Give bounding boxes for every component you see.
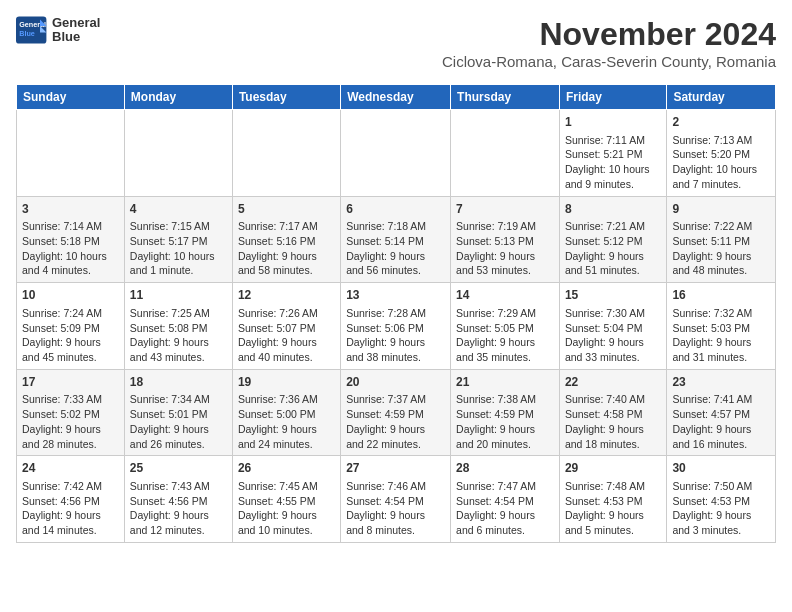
day-info: Sunrise: 7:30 AM Sunset: 5:04 PM Dayligh… xyxy=(565,306,661,365)
top-bar: General Blue General Blue November 2024 … xyxy=(16,16,776,78)
location-title: Ciclova-Romana, Caras-Severin County, Ro… xyxy=(442,53,776,70)
day-info: Sunrise: 7:41 AM Sunset: 4:57 PM Dayligh… xyxy=(672,392,770,451)
day-info: Sunrise: 7:26 AM Sunset: 5:07 PM Dayligh… xyxy=(238,306,335,365)
calendar-cell: 27Sunrise: 7:46 AM Sunset: 4:54 PM Dayli… xyxy=(341,456,451,543)
day-number: 14 xyxy=(456,287,554,304)
day-info: Sunrise: 7:50 AM Sunset: 4:53 PM Dayligh… xyxy=(672,479,770,538)
calendar-cell: 20Sunrise: 7:37 AM Sunset: 4:59 PM Dayli… xyxy=(341,369,451,456)
day-number: 29 xyxy=(565,460,661,477)
calendar-cell: 3Sunrise: 7:14 AM Sunset: 5:18 PM Daylig… xyxy=(17,196,125,283)
day-number: 17 xyxy=(22,374,119,391)
calendar-cell: 21Sunrise: 7:38 AM Sunset: 4:59 PM Dayli… xyxy=(451,369,560,456)
day-info: Sunrise: 7:13 AM Sunset: 5:20 PM Dayligh… xyxy=(672,133,770,192)
week-row-1: 3Sunrise: 7:14 AM Sunset: 5:18 PM Daylig… xyxy=(17,196,776,283)
day-info: Sunrise: 7:22 AM Sunset: 5:11 PM Dayligh… xyxy=(672,219,770,278)
day-number: 12 xyxy=(238,287,335,304)
day-number: 9 xyxy=(672,201,770,218)
day-number: 23 xyxy=(672,374,770,391)
logo-icon: General Blue xyxy=(16,16,48,44)
calendar-cell: 23Sunrise: 7:41 AM Sunset: 4:57 PM Dayli… xyxy=(667,369,776,456)
day-info: Sunrise: 7:17 AM Sunset: 5:16 PM Dayligh… xyxy=(238,219,335,278)
day-info: Sunrise: 7:46 AM Sunset: 4:54 PM Dayligh… xyxy=(346,479,445,538)
svg-text:Blue: Blue xyxy=(19,29,35,38)
day-number: 6 xyxy=(346,201,445,218)
calendar-cell: 10Sunrise: 7:24 AM Sunset: 5:09 PM Dayli… xyxy=(17,283,125,370)
calendar-body: 1Sunrise: 7:11 AM Sunset: 5:21 PM Daylig… xyxy=(17,110,776,543)
calendar-cell: 13Sunrise: 7:28 AM Sunset: 5:06 PM Dayli… xyxy=(341,283,451,370)
calendar-cell: 6Sunrise: 7:18 AM Sunset: 5:14 PM Daylig… xyxy=(341,196,451,283)
day-number: 2 xyxy=(672,114,770,131)
calendar-cell xyxy=(341,110,451,197)
logo-line2: Blue xyxy=(52,30,100,44)
day-number: 13 xyxy=(346,287,445,304)
day-info: Sunrise: 7:47 AM Sunset: 4:54 PM Dayligh… xyxy=(456,479,554,538)
day-info: Sunrise: 7:34 AM Sunset: 5:01 PM Dayligh… xyxy=(130,392,227,451)
day-number: 8 xyxy=(565,201,661,218)
day-number: 25 xyxy=(130,460,227,477)
day-number: 5 xyxy=(238,201,335,218)
calendar-cell: 2Sunrise: 7:13 AM Sunset: 5:20 PM Daylig… xyxy=(667,110,776,197)
calendar-header: SundayMondayTuesdayWednesdayThursdayFrid… xyxy=(17,85,776,110)
week-row-2: 10Sunrise: 7:24 AM Sunset: 5:09 PM Dayli… xyxy=(17,283,776,370)
day-number: 26 xyxy=(238,460,335,477)
day-number: 19 xyxy=(238,374,335,391)
day-info: Sunrise: 7:21 AM Sunset: 5:12 PM Dayligh… xyxy=(565,219,661,278)
day-info: Sunrise: 7:15 AM Sunset: 5:17 PM Dayligh… xyxy=(130,219,227,278)
day-number: 22 xyxy=(565,374,661,391)
week-row-4: 24Sunrise: 7:42 AM Sunset: 4:56 PM Dayli… xyxy=(17,456,776,543)
header-day-saturday: Saturday xyxy=(667,85,776,110)
day-info: Sunrise: 7:14 AM Sunset: 5:18 PM Dayligh… xyxy=(22,219,119,278)
header-day-friday: Friday xyxy=(559,85,666,110)
day-number: 1 xyxy=(565,114,661,131)
header-day-thursday: Thursday xyxy=(451,85,560,110)
calendar-cell: 15Sunrise: 7:30 AM Sunset: 5:04 PM Dayli… xyxy=(559,283,666,370)
calendar-cell: 9Sunrise: 7:22 AM Sunset: 5:11 PM Daylig… xyxy=(667,196,776,283)
day-number: 30 xyxy=(672,460,770,477)
header-day-monday: Monday xyxy=(124,85,232,110)
day-number: 10 xyxy=(22,287,119,304)
day-info: Sunrise: 7:28 AM Sunset: 5:06 PM Dayligh… xyxy=(346,306,445,365)
title-section: November 2024 Ciclova-Romana, Caras-Seve… xyxy=(442,16,776,78)
day-info: Sunrise: 7:48 AM Sunset: 4:53 PM Dayligh… xyxy=(565,479,661,538)
month-title: November 2024 xyxy=(442,16,776,53)
calendar-cell: 1Sunrise: 7:11 AM Sunset: 5:21 PM Daylig… xyxy=(559,110,666,197)
day-info: Sunrise: 7:18 AM Sunset: 5:14 PM Dayligh… xyxy=(346,219,445,278)
calendar-cell: 12Sunrise: 7:26 AM Sunset: 5:07 PM Dayli… xyxy=(232,283,340,370)
day-number: 4 xyxy=(130,201,227,218)
day-number: 18 xyxy=(130,374,227,391)
calendar-cell: 14Sunrise: 7:29 AM Sunset: 5:05 PM Dayli… xyxy=(451,283,560,370)
week-row-0: 1Sunrise: 7:11 AM Sunset: 5:21 PM Daylig… xyxy=(17,110,776,197)
day-number: 27 xyxy=(346,460,445,477)
logo: General Blue General Blue xyxy=(16,16,100,45)
day-info: Sunrise: 7:42 AM Sunset: 4:56 PM Dayligh… xyxy=(22,479,119,538)
calendar-cell: 4Sunrise: 7:15 AM Sunset: 5:17 PM Daylig… xyxy=(124,196,232,283)
day-number: 21 xyxy=(456,374,554,391)
header-day-wednesday: Wednesday xyxy=(341,85,451,110)
day-number: 7 xyxy=(456,201,554,218)
calendar-cell: 16Sunrise: 7:32 AM Sunset: 5:03 PM Dayli… xyxy=(667,283,776,370)
day-info: Sunrise: 7:37 AM Sunset: 4:59 PM Dayligh… xyxy=(346,392,445,451)
calendar-cell: 26Sunrise: 7:45 AM Sunset: 4:55 PM Dayli… xyxy=(232,456,340,543)
day-info: Sunrise: 7:19 AM Sunset: 5:13 PM Dayligh… xyxy=(456,219,554,278)
calendar-cell: 5Sunrise: 7:17 AM Sunset: 5:16 PM Daylig… xyxy=(232,196,340,283)
day-info: Sunrise: 7:11 AM Sunset: 5:21 PM Dayligh… xyxy=(565,133,661,192)
day-info: Sunrise: 7:24 AM Sunset: 5:09 PM Dayligh… xyxy=(22,306,119,365)
calendar-cell: 19Sunrise: 7:36 AM Sunset: 5:00 PM Dayli… xyxy=(232,369,340,456)
calendar-cell: 28Sunrise: 7:47 AM Sunset: 4:54 PM Dayli… xyxy=(451,456,560,543)
calendar-cell xyxy=(232,110,340,197)
day-info: Sunrise: 7:36 AM Sunset: 5:00 PM Dayligh… xyxy=(238,392,335,451)
day-info: Sunrise: 7:43 AM Sunset: 4:56 PM Dayligh… xyxy=(130,479,227,538)
day-number: 24 xyxy=(22,460,119,477)
day-info: Sunrise: 7:38 AM Sunset: 4:59 PM Dayligh… xyxy=(456,392,554,451)
day-info: Sunrise: 7:45 AM Sunset: 4:55 PM Dayligh… xyxy=(238,479,335,538)
calendar-cell: 22Sunrise: 7:40 AM Sunset: 4:58 PM Dayli… xyxy=(559,369,666,456)
calendar-cell: 24Sunrise: 7:42 AM Sunset: 4:56 PM Dayli… xyxy=(17,456,125,543)
header-day-tuesday: Tuesday xyxy=(232,85,340,110)
logo-line1: General xyxy=(52,16,100,30)
calendar-cell: 17Sunrise: 7:33 AM Sunset: 5:02 PM Dayli… xyxy=(17,369,125,456)
week-row-3: 17Sunrise: 7:33 AM Sunset: 5:02 PM Dayli… xyxy=(17,369,776,456)
calendar-cell xyxy=(451,110,560,197)
day-info: Sunrise: 7:40 AM Sunset: 4:58 PM Dayligh… xyxy=(565,392,661,451)
header-day-sunday: Sunday xyxy=(17,85,125,110)
day-info: Sunrise: 7:29 AM Sunset: 5:05 PM Dayligh… xyxy=(456,306,554,365)
